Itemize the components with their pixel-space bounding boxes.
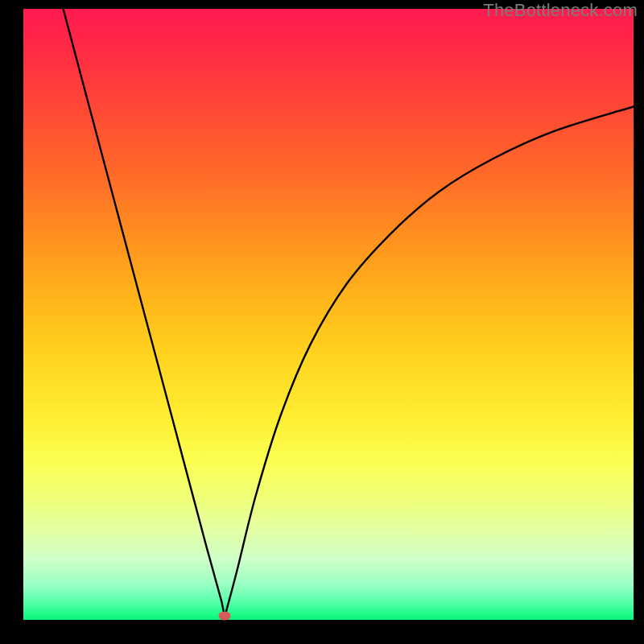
plot-area <box>23 9 634 620</box>
chart-frame: TheBottleneck.com <box>0 0 644 644</box>
bottleneck-curve <box>23 9 634 620</box>
optimum-marker <box>219 612 231 621</box>
curve-path <box>60 9 634 617</box>
watermark-text: TheBottleneck.com <box>483 0 638 21</box>
